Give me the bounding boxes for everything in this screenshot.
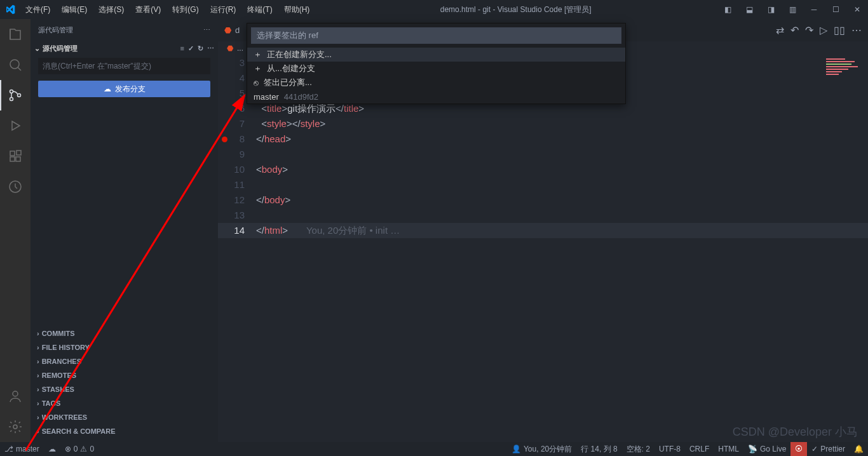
run-icon[interactable]: ▷ bbox=[820, 24, 827, 36]
menu-bar: 文件(F) 编辑(E) 选择(S) 查看(V) 转到(G) 运行(R) 终端(T… bbox=[20, 2, 315, 18]
screencast-icon: ⦿ bbox=[795, 445, 803, 453]
code-line[interactable]: 12</body> bbox=[218, 192, 868, 208]
qp-label: 正在创建新分支... bbox=[267, 49, 332, 60]
minimize-icon[interactable]: ─ bbox=[803, 0, 825, 19]
code-line[interactable]: 13 bbox=[218, 208, 868, 223]
quickpick-input[interactable]: 选择要签出的 ref bbox=[251, 27, 621, 44]
tree-icon[interactable]: ≡ bbox=[180, 44, 184, 53]
publish-label: 发布分支 bbox=[115, 84, 146, 95]
qp-create-branch[interactable]: ＋正在创建新分支... bbox=[247, 48, 625, 62]
status-indent[interactable]: 空格: 2 bbox=[622, 442, 654, 456]
status-cursor[interactable]: 行 14, 列 8 bbox=[576, 442, 621, 456]
status-bell[interactable]: 🔔 bbox=[850, 442, 868, 456]
titlebar: 文件(F) 编辑(E) 选择(S) 查看(V) 转到(G) 运行(R) 终端(T… bbox=[0, 0, 868, 19]
chevron-right-icon: › bbox=[37, 372, 39, 379]
warning-icon: ⚠ bbox=[80, 445, 87, 453]
menu-select[interactable]: 选择(S) bbox=[93, 2, 129, 18]
error-icon: ⊗ bbox=[65, 445, 71, 453]
bell-icon: 🔔 bbox=[854, 445, 864, 453]
history-back-icon[interactable]: ↶ bbox=[790, 24, 799, 36]
blame-text: You, 20分钟前 bbox=[524, 444, 572, 455]
status-branch[interactable]: ⎇master bbox=[0, 442, 44, 456]
code-line[interactable]: 8</head> bbox=[218, 131, 868, 147]
section-remotes[interactable]: ›REMOTES bbox=[31, 368, 218, 382]
qp-hash: 441d9fd2 bbox=[284, 92, 318, 102]
compare-icon[interactable]: ⇄ bbox=[776, 24, 784, 36]
menu-run[interactable]: 运行(R) bbox=[205, 2, 241, 18]
scm-provider-header[interactable]: ⌄ 源代码管理 ≡ ✓ ↻ ⋯ bbox=[31, 41, 218, 55]
svg-point-3 bbox=[18, 94, 21, 97]
refresh-icon[interactable]: ↻ bbox=[198, 44, 203, 53]
status-problems[interactable]: ⊗0⚠0 bbox=[60, 442, 98, 456]
split-icon[interactable]: ▯▯ bbox=[834, 24, 845, 36]
timeline-icon[interactable] bbox=[0, 171, 31, 202]
more-icon[interactable]: ⋯ bbox=[207, 44, 214, 53]
menu-file[interactable]: 文件(F) bbox=[20, 2, 55, 18]
section-worktrees[interactable]: ›WORKTREES bbox=[31, 410, 218, 424]
more-icon[interactable]: ⋯ bbox=[851, 24, 862, 36]
more-icon[interactable]: ⋯ bbox=[203, 26, 210, 34]
status-screencast[interactable]: ⦿ bbox=[790, 442, 807, 456]
section-search[interactable]: ›SEARCH & COMPARE bbox=[31, 424, 218, 438]
close-icon[interactable]: ✕ bbox=[846, 0, 868, 19]
qp-ref-master[interactable]: master441d9fd2 bbox=[247, 90, 625, 104]
minimap[interactable] bbox=[826, 57, 864, 108]
section-tags[interactable]: ›TAGS bbox=[31, 396, 218, 410]
code-line[interactable]: 7 <style></style> bbox=[218, 116, 868, 131]
chevron-right-icon: › bbox=[37, 413, 39, 421]
code-line[interactable]: 9 bbox=[218, 147, 868, 162]
section-stashes[interactable]: ›STASHES bbox=[31, 382, 218, 396]
publish-branch-button[interactable]: ☁ 发布分支 bbox=[38, 81, 210, 97]
account-icon[interactable] bbox=[0, 381, 31, 412]
debug-icon[interactable] bbox=[0, 111, 31, 141]
check-icon[interactable]: ✓ bbox=[188, 44, 194, 53]
qp-checkout-detached[interactable]: ⎋签出已分离... bbox=[247, 76, 625, 90]
status-sync[interactable]: ☁ bbox=[44, 442, 60, 456]
cloud-upload-icon: ☁ bbox=[104, 84, 111, 93]
menu-help[interactable]: 帮助(H) bbox=[279, 2, 315, 18]
code-line[interactable]: 10<body> bbox=[218, 162, 868, 177]
qp-create-branch-from[interactable]: ＋从...创建分支 bbox=[247, 62, 625, 76]
status-golive[interactable]: 📡Go Live bbox=[743, 442, 790, 456]
menu-terminal[interactable]: 终端(T) bbox=[242, 2, 277, 18]
section-file-history[interactable]: ›FILE HISTORY bbox=[31, 340, 218, 354]
svg-point-1 bbox=[10, 90, 13, 93]
status-encoding[interactable]: UTF-8 bbox=[654, 442, 685, 456]
menu-edit[interactable]: 编辑(E) bbox=[57, 2, 92, 18]
history-fwd-icon[interactable]: ↷ bbox=[805, 24, 813, 36]
svg-rect-5 bbox=[10, 157, 15, 161]
scm-icon[interactable] bbox=[0, 80, 31, 111]
title-controls: ◧ ⬓ ◨ ▥ ─ ☐ ✕ bbox=[717, 0, 868, 19]
status-blame[interactable]: 👤You, 20分钟前 bbox=[507, 442, 576, 456]
code-line[interactable]: 14</html> You, 20分钟前 • init … bbox=[218, 223, 868, 238]
sidebar-header: 源代码管理 ⋯ bbox=[31, 19, 218, 41]
window-title: demo.html - git - Visual Studio Code [管理… bbox=[315, 4, 717, 15]
checkout-quickpick: 选择要签出的 ref ＋正在创建新分支... ＋从...创建分支 ⎋签出已分离.… bbox=[247, 23, 626, 104]
status-lang[interactable]: HTML bbox=[714, 442, 743, 456]
check-icon: ✓ bbox=[811, 445, 818, 453]
explorer-icon[interactable] bbox=[0, 19, 31, 50]
activity-bar bbox=[0, 19, 31, 442]
extensions-icon[interactable] bbox=[0, 141, 31, 171]
menu-go[interactable]: 转到(G) bbox=[167, 2, 203, 18]
chevron-right-icon: › bbox=[37, 358, 39, 365]
layout-bottom-icon[interactable]: ⬓ bbox=[738, 0, 760, 19]
tab-demo-html[interactable]: ⬣ d bbox=[218, 19, 246, 41]
chevron-right-icon: › bbox=[37, 399, 39, 407]
search-icon[interactable] bbox=[0, 50, 31, 80]
maximize-icon[interactable]: ☐ bbox=[825, 0, 846, 19]
menu-view[interactable]: 查看(V) bbox=[130, 2, 166, 18]
section-branches[interactable]: ›BRANCHES bbox=[31, 354, 218, 368]
code-line[interactable]: 11 bbox=[218, 177, 868, 192]
status-eol[interactable]: CRLF bbox=[685, 442, 714, 456]
status-prettier[interactable]: ✓Prettier bbox=[807, 442, 850, 456]
commit-message-input[interactable]: 消息(Ctrl+Enter 在"master"提交) bbox=[38, 58, 210, 74]
section-commits[interactable]: ›COMMITS bbox=[31, 326, 218, 340]
settings-icon[interactable] bbox=[0, 412, 31, 442]
layout-right-icon[interactable]: ◨ bbox=[760, 0, 782, 19]
section-label: REMOTES bbox=[42, 372, 76, 379]
person-icon: 👤 bbox=[512, 445, 521, 453]
layout-grid-icon[interactable]: ▥ bbox=[782, 0, 803, 19]
layout-left-icon[interactable]: ◧ bbox=[717, 0, 738, 19]
svg-rect-6 bbox=[16, 157, 20, 161]
